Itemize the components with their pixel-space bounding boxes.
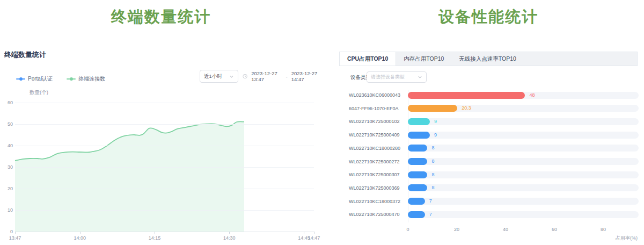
bar-x-tick-label: 20 — [454, 227, 459, 232]
bar-category-label: WL022710KC18000372 — [349, 199, 389, 204]
tab-cpu-top10[interactable]: CPU占用TOP10 — [340, 52, 396, 66]
bar-row: WL022710K7250002728 — [349, 155, 639, 168]
bar-x-tick-label: 0 — [406, 227, 409, 232]
left-section-title: 终端数量统计 — [0, 6, 322, 28]
bar-category-label: WL022710K725000470 — [349, 212, 389, 217]
gridline — [15, 124, 314, 125]
bar-value-label: 48 — [529, 92, 535, 98]
x-tick-label: 14:30 — [223, 235, 236, 241]
device-type-select[interactable]: 请选择设备类型 — [367, 71, 427, 83]
y-tick-label: 0 — [1, 228, 13, 235]
device-type-placeholder: 请选择设备类型 — [371, 74, 405, 81]
x-tick-label: 14:47 — [308, 235, 320, 241]
right-section-title: 设备性能统计 — [333, 6, 644, 28]
bar-x-tick-label: 60 — [552, 227, 557, 232]
time-range-select[interactable]: 近1小时 — [200, 70, 238, 83]
bar-value-label: 8 — [431, 145, 434, 151]
bar-track: 7 — [408, 198, 639, 205]
y-axis-title: 数量(个) — [30, 89, 48, 96]
bar-value-label: 7 — [429, 198, 432, 204]
bar-row: WL022710K7250003698 — [349, 182, 639, 194]
gridline — [15, 103, 314, 103]
bar-category-label: WL022710KC18000280 — [349, 146, 389, 151]
bar-row: WL022710K7250001029 — [349, 115, 639, 128]
bar-category-label: WL022710K725000272 — [349, 159, 389, 164]
left-panel-title: 终端数量统计 — [4, 50, 46, 60]
bar-category-label: WL022710K725000307 — [349, 172, 389, 177]
y-tick-label: 60 — [1, 99, 13, 106]
bar-fill — [408, 92, 525, 99]
y-tick-label: 30 — [1, 164, 13, 170]
bar-category-label: WL022710K725000409 — [349, 132, 389, 138]
bar-category-label: WL022710K725000369 — [349, 185, 389, 191]
tab-memory-top10[interactable]: 内存占用TOP10 — [396, 52, 451, 66]
bar-chart-x-axis-label: 占用率(%) — [616, 235, 638, 242]
bar-fill — [408, 118, 430, 125]
bar-row: 6047-FF96-1070-EF0A20.3 — [349, 102, 639, 115]
time-range-value: 近1小时 — [204, 73, 222, 80]
bar-value-label: 9 — [434, 132, 437, 138]
date-range-picker[interactable]: 2023-12-27 13:47 - 2023-12-27 14:47 — [243, 70, 322, 83]
legend-marker-portal-icon — [16, 77, 25, 81]
legend-item-terminal-connections[interactable]: 终端连接数 — [67, 75, 105, 83]
bar-fill — [408, 145, 427, 152]
bar-row: WL022710KC180002808 — [349, 142, 639, 155]
date-end[interactable]: 2023-12-27 14:47 — [291, 70, 322, 82]
gridline — [15, 167, 314, 168]
area-fill — [15, 121, 244, 232]
bar-row: WL022710KC180003727 — [349, 195, 639, 208]
y-tick-label: 20 — [1, 185, 13, 192]
bar-value-label: 9 — [434, 119, 437, 125]
bar-x-tick-label: 80 — [601, 227, 606, 232]
y-tick-label: 10 — [1, 207, 13, 213]
x-tick-mark — [314, 232, 314, 234]
chevron-down-icon — [418, 75, 422, 80]
bar-track: 8 — [408, 145, 639, 152]
x-tick-mark — [304, 232, 304, 234]
bar-value-label: 8 — [431, 172, 434, 178]
x-tick-label: 14:00 — [74, 235, 86, 241]
bar-fill — [408, 171, 427, 178]
bar-chart: WL023610KC06000043486047-FF96-1070-EF0A2… — [349, 89, 639, 222]
tab-wireless-ap-rate-top10[interactable]: 无线接入点速率TOP10 — [451, 52, 524, 66]
x-tick-label: 13:47 — [9, 235, 21, 241]
bar-row: WL023610KC0600004348 — [349, 89, 639, 102]
x-tick-label: 14:15 — [149, 235, 161, 241]
clock-icon — [243, 73, 247, 80]
date-separator: - — [286, 74, 288, 80]
bar-track: 9 — [408, 118, 639, 125]
bar-track: 8 — [408, 184, 639, 191]
chart-legend: Portal认证 终端连接数 — [16, 75, 105, 83]
bar-x-tick-label: 40 — [503, 227, 508, 232]
bar-value-label: 20.3 — [462, 105, 471, 111]
gridline — [15, 232, 314, 232]
bar-track: 9 — [408, 132, 639, 139]
bar-category-label: WL023610KC06000043 — [349, 92, 389, 98]
x-tick-mark — [80, 232, 80, 234]
bar-row: WL022710K7250003078 — [349, 168, 639, 181]
bar-category-label: WL022710K725000102 — [349, 119, 389, 124]
x-tick-mark — [15, 232, 16, 234]
date-start[interactable]: 2023-12-27 13:47 — [251, 70, 282, 82]
legend-label-terminal-connections: 终端连接数 — [78, 75, 105, 83]
bar-row: WL022710K7250004707 — [349, 208, 639, 221]
bar-value-label: 7 — [429, 212, 432, 218]
terminal-stats-section: 终端数量统计 终端数量统计 近1小时 2023-12-27 13:47 - 20… — [0, 0, 322, 245]
dashboard: 终端数量统计 终端数量统计 近1小时 2023-12-27 13:47 - 20… — [0, 0, 644, 245]
bar-value-label: 8 — [431, 185, 434, 191]
y-tick-label: 40 — [1, 142, 13, 149]
bar-fill — [408, 158, 427, 165]
legend-marker-terminal-icon — [67, 77, 76, 81]
bar-track: 8 — [408, 158, 639, 165]
bar-fill — [408, 184, 427, 191]
bar-track: 8 — [408, 171, 639, 178]
legend-item-portal[interactable]: Portal认证 — [16, 75, 53, 83]
bar-track: 48 — [408, 92, 639, 99]
bar-row: WL022710K7250004099 — [349, 128, 639, 141]
bar-fill — [408, 211, 425, 218]
bar-track: 7 — [408, 211, 639, 218]
bar-fill — [408, 105, 457, 112]
x-tick-mark — [229, 232, 230, 234]
x-tick-mark — [155, 232, 155, 234]
top10-tabs: CPU占用TOP10 内存占用TOP10 无线接入点速率TOP10 — [339, 52, 638, 66]
